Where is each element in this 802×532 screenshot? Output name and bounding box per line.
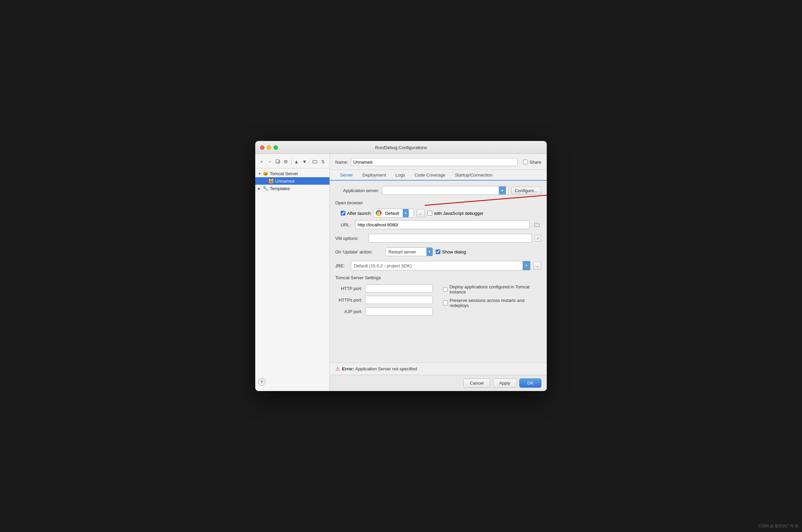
share-checkbox[interactable] [523, 159, 528, 164]
right-panel: Name: Share Server Deployment Logs Code … [330, 154, 547, 391]
vm-options-label: VM options: [335, 236, 366, 241]
maximize-button[interactable] [274, 145, 278, 150]
minimize-button[interactable] [267, 145, 271, 150]
vm-options-input[interactable] [369, 234, 532, 243]
tab-logs[interactable]: Logs [391, 170, 410, 180]
url-row: URL: [341, 220, 541, 229]
browser-select[interactable]: Default ▼ [373, 209, 414, 217]
tab-startup-connection[interactable]: Startup/Connection [450, 170, 497, 180]
svg-rect-1 [276, 159, 279, 163]
cancel-button[interactable]: Cancel [463, 379, 490, 388]
sort-button[interactable]: ⇅ [319, 158, 327, 165]
error-message: Application Server not specified [355, 366, 417, 372]
on-update-arrow: ▼ [426, 247, 432, 256]
http-port-item: HTTP port: [335, 284, 433, 292]
bottom-help: ? [255, 376, 330, 388]
browser-more-button[interactable]: ... [416, 209, 425, 217]
url-folder-button[interactable] [533, 220, 541, 229]
ajp-port-input[interactable] [365, 307, 433, 316]
open-browser-section: Open browser After launch Default ▼ [335, 200, 541, 229]
templates-icon: 🔧 [263, 186, 268, 191]
https-port-input[interactable] [365, 296, 433, 304]
deploy-item: Deploy applications configured in Tomcat… [443, 284, 541, 294]
error-bold: Error: [342, 366, 354, 372]
app-server-dropdown[interactable]: ▼ [499, 186, 506, 194]
ajp-port-item: AJP port: [335, 307, 433, 316]
tab-deployment[interactable]: Deployment [358, 170, 391, 180]
share-label: Share [529, 159, 541, 165]
move-up-button[interactable]: ▲ [293, 158, 300, 165]
close-button[interactable] [260, 145, 264, 150]
remove-button[interactable]: − [266, 158, 274, 165]
folder-button[interactable] [311, 158, 319, 165]
tree-item-templates[interactable]: ▶ 🔧 Templates [255, 185, 330, 192]
tree-item-unnamed[interactable]: 🐱 Unnamed [255, 177, 330, 185]
templates-arrow: ▶ [258, 187, 263, 190]
bottom-buttons: Cancel Apply OK [330, 375, 547, 391]
separator2 [310, 159, 310, 164]
jre-dropdown[interactable]: ▼ [523, 261, 530, 270]
js-debugger-checkbox[interactable] [427, 211, 432, 215]
unnamed-label: Unnamed [275, 178, 294, 184]
move-down-button[interactable]: ▼ [301, 158, 308, 165]
apply-button[interactable]: Apply [493, 379, 517, 388]
after-launch-label: After launch [347, 211, 371, 216]
separator [291, 159, 292, 164]
settings-button[interactable]: ⚙ [282, 158, 290, 165]
on-update-select[interactable]: Restart server ▼ [386, 247, 433, 256]
name-input[interactable] [351, 158, 518, 166]
preserve-checkbox[interactable] [443, 301, 448, 305]
jre-row: JRE: Default (15.0.2 - project SDK) ▼ ..… [335, 261, 541, 270]
show-dialog-wrap: Show dialog [435, 249, 466, 254]
port-col-left: HTTP port: HTTPs port: AJP port: [335, 284, 433, 316]
help-button[interactable]: ? [258, 378, 265, 386]
https-port-item: HTTPs port: [335, 296, 433, 304]
ajp-port-label: AJP port: [335, 309, 362, 314]
ok-button[interactable]: OK [519, 379, 541, 388]
error-icon: ⚠ [335, 366, 340, 372]
js-debugger-wrap: with JavaScript debugger [427, 211, 483, 216]
deploy-col: Deploy applications configured in Tomcat… [443, 284, 541, 308]
name-label: Name: [335, 159, 348, 165]
dialog-title: Run/Debug Configurations [375, 145, 427, 150]
port-row: HTTP port: HTTPs port: AJP port: [335, 284, 541, 316]
preserve-label: Preserve sessions across restarts and re… [450, 298, 542, 308]
browser-label: Default [384, 211, 400, 216]
add-button[interactable]: + [258, 158, 265, 165]
deploy-checkbox[interactable] [443, 287, 447, 292]
chrome-inner [377, 212, 380, 214]
share-row: Share [523, 159, 541, 165]
error-bar: ⚠ Error: Application Server not specifie… [330, 363, 547, 375]
after-launch-wrap: After launch [341, 211, 371, 216]
show-dialog-checkbox[interactable] [435, 249, 440, 254]
http-port-input[interactable] [365, 284, 433, 292]
tree-item-tomcat-server[interactable]: ▼ 🐱 Tomcat Server [255, 170, 330, 177]
chrome-icon [376, 210, 382, 216]
https-port-label: HTTPs port: [335, 298, 362, 303]
app-server-input[interactable]: ▼ [382, 186, 508, 195]
jre-more-button[interactable]: ... [533, 262, 541, 270]
tab-code-coverage[interactable]: Code Coverage [410, 170, 450, 180]
jre-value: Default (15.0.2 - project SDK) [351, 263, 523, 268]
url-input[interactable] [355, 220, 530, 229]
tabs-row: Server Deployment Logs Code Coverage Sta… [330, 170, 547, 180]
error-text: Error: Application Server not specified [342, 366, 417, 372]
templates-label: Templates [270, 186, 290, 191]
tomcat-server-label: Tomcat Server [270, 171, 298, 176]
http-port-label: HTTP port: [335, 286, 362, 291]
browser-dropdown-arrow: ▼ [403, 209, 409, 217]
watermark: CSDN @ 勤劳的广马°农 [758, 524, 799, 529]
vm-options-row: VM options: ⤢ [335, 234, 541, 243]
server-settings-label: Tomcat Server Settings [335, 275, 541, 280]
run-debug-dialog: Run/Debug Configurations + − ⚙ ▲ ▼ [255, 141, 547, 391]
toolbar: + − ⚙ ▲ ▼ ⇅ [255, 156, 330, 168]
jre-select[interactable]: Default (15.0.2 - project SDK) ▼ [351, 261, 530, 270]
copy-button[interactable] [274, 158, 282, 165]
vm-expand-button[interactable]: ⤢ [535, 235, 541, 242]
tab-server[interactable]: Server [335, 170, 358, 180]
traffic-lights [260, 145, 278, 150]
after-launch-checkbox[interactable] [341, 211, 346, 215]
jre-label: JRE: [335, 263, 348, 268]
left-panel: + − ⚙ ▲ ▼ ⇅ [255, 154, 330, 391]
configure-button[interactable]: Configure... [511, 187, 541, 194]
